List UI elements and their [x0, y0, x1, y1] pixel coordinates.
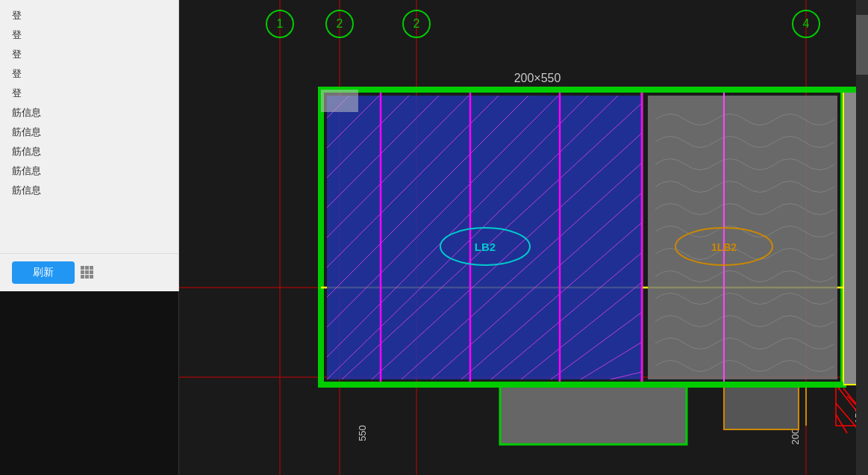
svg-rect-20	[327, 96, 642, 379]
cad-canvas[interactable]: 1 2 2 4 200×550	[179, 0, 868, 475]
svg-rect-41	[648, 96, 837, 379]
list-item: 登	[0, 6, 178, 25]
list-item: 筋信息	[0, 181, 178, 200]
svg-text:1LB2: 1LB2	[711, 241, 737, 253]
list-item: 筋信息	[0, 161, 178, 181]
refresh-area: 刷新	[0, 253, 178, 291]
list-item: 登	[0, 84, 178, 103]
list-item: 登	[0, 25, 178, 45]
grid-icon	[81, 266, 94, 279]
refresh-button[interactable]: 刷新	[12, 261, 75, 284]
svg-rect-60	[724, 385, 799, 429]
left-panel: 登 登 登 登 登 筋信息 筋信息 筋信息 筋信息 筋信息 刷新	[0, 0, 179, 291]
list-item: 登	[0, 64, 178, 84]
cad-drawing: 1 2 2 4 200×550	[179, 0, 868, 475]
svg-text:550: 550	[357, 425, 368, 441]
list-item: 筋信息	[0, 103, 178, 122]
list-item: 登	[0, 45, 178, 64]
svg-rect-70	[856, 15, 868, 75]
list-item: 筋信息	[0, 122, 178, 142]
svg-text:2: 2	[413, 17, 420, 30]
svg-rect-59	[500, 385, 687, 444]
svg-text:200×550: 200×550	[514, 72, 561, 84]
bottom-left-panel: × 5100	[0, 291, 179, 475]
svg-text:2: 2	[337, 17, 343, 30]
svg-text:4: 4	[803, 17, 810, 30]
svg-text:LB2: LB2	[475, 240, 496, 253]
panel-list: 登 登 登 登 登 筋信息 筋信息 筋信息 筋信息 筋信息	[0, 0, 178, 253]
svg-rect-68	[321, 90, 358, 112]
list-item: 筋信息	[0, 142, 178, 161]
svg-text:1: 1	[277, 17, 284, 30]
